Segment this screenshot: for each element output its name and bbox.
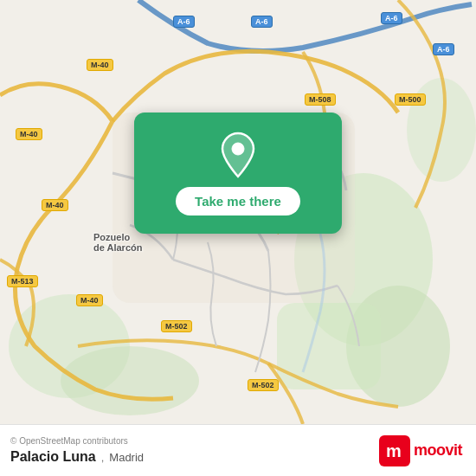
moovit-icon: m [379, 435, 410, 466]
moovit-m-svg: m [383, 440, 406, 462]
moovit-logo: m moovit [379, 435, 462, 466]
location-info: © OpenStreetMap contributors Palacio Lun… [10, 436, 144, 465]
location-city: Madrid [109, 451, 144, 464]
bottom-bar: © OpenStreetMap contributors Palacio Lun… [0, 424, 476, 476]
svg-point-8 [232, 143, 244, 155]
map-attribution: © OpenStreetMap contributors [10, 436, 144, 446]
location-name: Palacio Luna [10, 449, 96, 465]
location-pin-icon [219, 132, 257, 178]
take-me-there-button[interactable]: Take me there [176, 187, 300, 215]
action-card[interactable]: Take me there [134, 113, 342, 234]
map-container: A-6 A-6 A-6 A-6 M-40 M-40 M-40 M-40 M-50… [0, 0, 476, 424]
moovit-text: moovit [414, 441, 462, 460]
svg-text:m: m [386, 441, 402, 460]
location-city-separator: , [101, 451, 105, 464]
